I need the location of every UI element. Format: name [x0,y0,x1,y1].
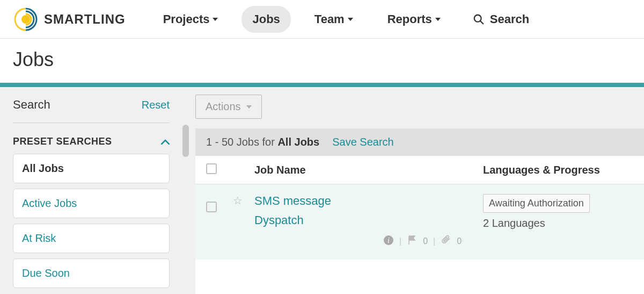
chevron-up-icon [161,136,170,147]
caret-down-icon [348,18,353,21]
top-nav: SMARTLING Projects Jobs Team Reports Sea… [0,0,644,39]
main: Actions 1 - 50 Jobs for All Jobs Save Se… [182,87,644,294]
actions-row: Actions [195,87,644,128]
preset-item-all-jobs[interactable]: All Jobs [13,154,170,183]
jobs-table: Job Name Languages & Progress ☆ SMS mess… [195,156,644,294]
results-range-text: 1 - 50 Jobs for All Jobs [206,136,319,148]
job-meta-icons: i | 0 | 0 [383,235,483,248]
separator: | [433,236,435,246]
page-header: Jobs [0,39,644,83]
select-all-checkbox[interactable] [206,163,217,174]
separator: | [399,236,401,246]
brand-logo[interactable]: SMARTLING [13,6,126,32]
reset-link[interactable]: Reset [142,99,170,111]
results-range-prefix: 1 - 50 Jobs for [206,136,277,148]
svg-point-0 [21,15,30,24]
status-badge: Awaiting Authorization [483,194,590,213]
nav-search-label: Search [490,12,529,26]
nav-projects-label: Projects [163,12,210,26]
nav-items: Projects Jobs Team Reports Search [152,6,530,33]
scrollbar[interactable] [182,125,189,157]
attach-count: 0 [457,236,462,246]
language-count: 2 Languages [483,217,633,230]
save-search-link[interactable]: Save Search [332,136,394,148]
row-lang-cell: Awaiting Authorization 2 Languages [483,194,633,230]
star-icon[interactable]: ☆ [233,195,243,206]
accent-bar [0,83,644,87]
flag-icon[interactable] [407,235,418,248]
smartling-logo-icon [13,6,39,32]
results-range-bar: 1 - 50 Jobs for All Jobs Save Search [195,128,644,156]
sidebar-search-label: Search [13,98,50,112]
actions-label: Actions [206,101,241,113]
actions-button[interactable]: Actions [195,95,262,119]
preset-item-label: All Jobs [22,162,64,174]
col-lang-header[interactable]: Languages & Progress [483,164,633,176]
nav-search[interactable]: Search [473,12,529,26]
table-header: Job Name Languages & Progress [195,156,644,184]
brand-name: SMARTLING [44,12,126,27]
nav-projects[interactable]: Projects [152,6,229,33]
nav-reports-label: Reports [387,12,432,26]
nav-jobs-label: Jobs [252,12,280,26]
table-row: ☆ SMS message Dyspatch i [195,184,644,260]
job-name-link[interactable]: SMS message [254,194,331,208]
row-name-cell: SMS message Dyspatch i | 0 [254,194,483,248]
nav-team-label: Team [314,12,345,26]
nav-team[interactable]: Team [304,6,364,33]
preset-item-label: Active Jobs [22,197,77,209]
preset-searches-title: PRESET SEARCHES [13,136,112,147]
sidebar-search-row: Search Reset [13,98,170,123]
main-inner: Actions 1 - 50 Jobs for All Jobs Save Se… [182,87,644,294]
flag-count: 0 [423,236,428,246]
row-checkbox[interactable] [206,202,217,212]
row-star-cell: ☆ [233,194,254,207]
job-project-link[interactable]: Dyspatch [254,213,304,227]
svg-text:i: i [387,236,390,245]
svg-line-2 [480,20,484,24]
nav-jobs[interactable]: Jobs [241,6,290,33]
sidebar: Search Reset PRESET SEARCHES All Jobs Ac… [0,87,182,294]
preset-item-label: At Risk [22,232,56,244]
info-icon[interactable]: i [383,235,394,248]
attachment-icon[interactable] [441,235,451,248]
row-checkbox-cell [206,194,233,214]
caret-down-icon [435,18,441,21]
preset-item-due-soon[interactable]: Due Soon [13,259,170,288]
caret-down-icon [213,18,218,21]
page-title: Jobs [13,48,631,71]
col-name-header[interactable]: Job Name [254,164,483,176]
preset-searches-header[interactable]: PRESET SEARCHES [13,136,170,147]
results-range-filter: All Jobs [277,136,319,148]
caret-down-icon [246,105,252,109]
nav-reports[interactable]: Reports [377,6,451,33]
col-checkbox-header [206,163,233,176]
content: Search Reset PRESET SEARCHES All Jobs Ac… [0,87,644,294]
preset-item-active-jobs[interactable]: Active Jobs [13,189,170,218]
preset-item-label: Due Soon [22,267,70,279]
preset-item-at-risk[interactable]: At Risk [13,224,170,253]
search-icon [473,13,485,25]
